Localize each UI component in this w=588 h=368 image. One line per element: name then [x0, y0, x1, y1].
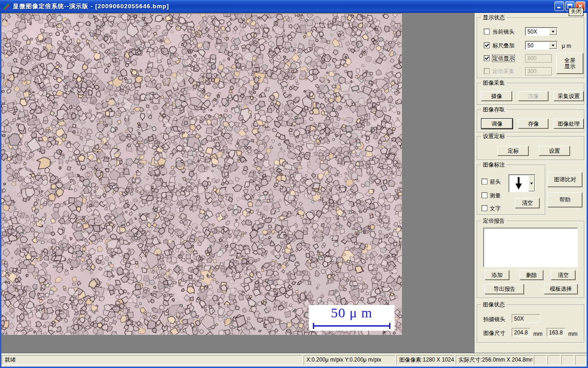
fixed-capture-input: 300: [525, 67, 552, 75]
status-image-pixels: 图像像素:1280 X 1024: [396, 355, 455, 365]
minimize-button[interactable]: [554, 1, 564, 11]
current-lens-select[interactable]: 50X: [525, 27, 558, 36]
group-display-status-title: 显示状态: [481, 14, 507, 21]
chevron-down-icon[interactable]: [549, 42, 557, 49]
fixed-display-label: 定倍显示: [492, 55, 514, 62]
save-image-button[interactable]: 存像: [518, 119, 548, 129]
group-calibration: 设置定标 定标 设置: [477, 136, 584, 160]
measure-annotation-checkbox[interactable]: [481, 192, 487, 198]
group-image-capture-title: 图像采集: [481, 80, 507, 86]
group-calibration-title: 设置定标: [481, 133, 507, 139]
ruler-overlay-label: 标尺叠加: [492, 42, 514, 49]
image-size-label: 图像尺寸: [483, 330, 505, 336]
report-clear-button[interactable]: 清空: [551, 270, 576, 280]
image-viewport: 50 μ m: [1, 13, 475, 353]
image-height-field: 163.8: [547, 328, 565, 337]
group-report-title: 定倍报告: [481, 218, 507, 224]
fixed-display-checkbox[interactable]: [484, 55, 490, 61]
status-resize-grip[interactable]: [575, 355, 586, 365]
text-annotation-checkbox[interactable]: [481, 205, 487, 211]
lens-value-field: 50X: [512, 314, 540, 323]
chevron-down-icon[interactable]: [528, 175, 535, 191]
atlas-compare-button[interactable]: 图谱比对: [548, 172, 582, 187]
capture-button[interactable]: 摄像: [481, 91, 512, 101]
export-report-button[interactable]: 导出报告: [485, 284, 524, 294]
close-tooltip: 关闭: [569, 8, 583, 16]
fixed-display-input: 800: [525, 54, 552, 63]
calibration-settings-button[interactable]: 设置: [539, 146, 570, 156]
freeze-button: 冻像: [518, 91, 548, 101]
status-empty-segment: [561, 355, 574, 365]
down-arrow-icon: [509, 175, 528, 192]
report-add-button[interactable]: 添加: [485, 270, 509, 280]
image-width-field: 204.8: [512, 328, 531, 337]
calibrate-button[interactable]: 定标: [498, 146, 529, 156]
ruler-size-select[interactable]: 50: [525, 41, 558, 50]
titlebar: 显微图像定倍系统--演示版 - [20090602055646.bmp]: [0, 0, 588, 13]
arrow-style-select[interactable]: [509, 174, 536, 192]
group-image-storage: 图像存取 调像 存像 图像处理: [477, 109, 584, 132]
current-lens-label: 当前镜头: [492, 29, 514, 35]
status-empty-segment: [534, 355, 547, 365]
group-image-storage-title: 图像存取: [481, 106, 507, 113]
micrograph-image[interactable]: [1, 14, 402, 335]
arrow-annotation-checkbox[interactable]: [481, 178, 487, 184]
fullscreen-button[interactable]: 全屏 显示: [556, 53, 583, 74]
group-image-status: 图像状态 拍摄镜头 50X 图像尺寸 204.8 mm 163.8 mm: [477, 305, 584, 343]
group-annotation: 图像标注 箭头 测量 文字 清空: [477, 165, 545, 215]
lens-label: 拍摄镜头: [483, 316, 505, 322]
ruler-overlay-checkbox[interactable]: [484, 42, 490, 48]
image-process-button[interactable]: 图像处理: [554, 119, 584, 129]
clear-annotation-button[interactable]: 清空: [515, 198, 540, 208]
control-panel: 显示状态 当前镜头 50X 标尺叠加 50 μ m 定倍显示 800 定倍采集 …: [475, 13, 587, 353]
group-annotation-title: 图像标注: [481, 161, 507, 168]
measure-annotation-label: 测量: [490, 192, 501, 199]
status-actual-size: 实际尺寸:256.0mm X 204.8mm: [456, 355, 533, 365]
load-image-button[interactable]: 调像: [481, 119, 513, 129]
fixed-capture-label: 定倍采集: [492, 68, 514, 75]
template-select-button[interactable]: 模板选择: [544, 284, 578, 294]
image-width-unit: mm: [533, 331, 543, 337]
arrow-annotation-label: 箭头: [490, 178, 501, 185]
fixed-capture-checkbox: [484, 68, 490, 74]
scale-bar-label: 50 μ m: [309, 305, 395, 321]
group-report: 定倍报告 添加 删除 清空 导出报告 模板选择: [477, 221, 584, 298]
help-button[interactable]: 帮助: [548, 192, 582, 207]
image-height-unit: mm: [568, 331, 577, 337]
report-delete-button[interactable]: 删除: [520, 270, 543, 280]
capture-settings-button[interactable]: 采集设置: [554, 91, 584, 101]
scale-bar-overlay: 50 μ m: [309, 305, 395, 331]
status-ready: 就绪: [2, 355, 303, 365]
statusbar: 就绪 X:0.200μ m/pix Y:0.200μ m/pix 图像像素:12…: [1, 353, 587, 367]
group-image-capture: 图像采集 摄像 冻像 采集设置: [477, 83, 584, 105]
group-image-status-title: 图像状态: [481, 301, 507, 308]
current-lens-checkbox[interactable]: [484, 29, 490, 34]
group-display-status: 显示状态 当前镜头 50X 标尺叠加 50 μ m 定倍显示 800 定倍采集 …: [477, 17, 584, 78]
scale-bar-line: [313, 325, 390, 327]
app-icon: [3, 2, 11, 11]
status-empty-segment: [548, 355, 560, 365]
minimize-icon: [557, 4, 562, 9]
chevron-down-icon[interactable]: [549, 28, 557, 35]
ruler-unit-label: μ m: [562, 43, 571, 49]
window-title: 显微图像定倍系统--演示版 - [20090602055646.bmp]: [13, 2, 169, 11]
text-annotation-label: 文字: [490, 205, 501, 212]
report-list[interactable]: [483, 228, 578, 267]
status-pixel-scale: X:0.200μ m/pix Y:0.200μ m/pix: [304, 355, 396, 365]
